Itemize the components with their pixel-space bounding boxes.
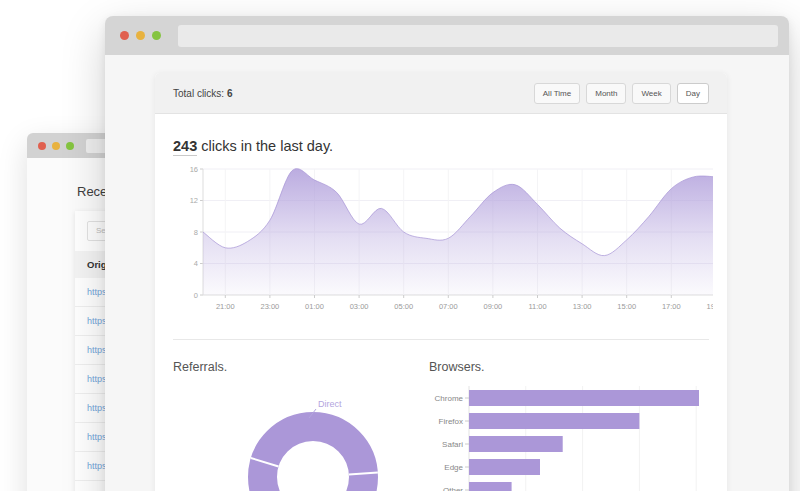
svg-text:13:00: 13:00 bbox=[573, 302, 592, 311]
headline-text: clicks in the last day. bbox=[197, 138, 333, 154]
svg-text:Safari: Safari bbox=[442, 440, 463, 449]
window-zoom-icon[interactable] bbox=[152, 31, 161, 40]
svg-text:Other: Other bbox=[443, 486, 463, 491]
referrals-title: Referrals. bbox=[173, 360, 429, 374]
svg-text:Firefox: Firefox bbox=[439, 417, 463, 426]
card-header: Total clicks: 6 All TimeMonthWeekDay bbox=[155, 73, 727, 114]
section-divider bbox=[173, 339, 709, 340]
front-browser-window: Total clicks: 6 All TimeMonthWeekDay 243… bbox=[105, 16, 789, 491]
bottom-sections: Referrals. Direct Browsers. ChromeFirefo… bbox=[173, 360, 709, 491]
svg-text:12: 12 bbox=[190, 196, 198, 205]
svg-text:01:00: 01:00 bbox=[305, 302, 324, 311]
window-close-icon[interactable] bbox=[120, 31, 129, 40]
window-zoom-icon[interactable] bbox=[66, 142, 74, 150]
svg-text:05:00: 05:00 bbox=[394, 302, 413, 311]
window-close-icon[interactable] bbox=[38, 142, 46, 150]
svg-text:07:00: 07:00 bbox=[439, 302, 458, 311]
window-minimize-icon[interactable] bbox=[136, 31, 145, 40]
front-window-body: Total clicks: 6 All TimeMonthWeekDay 243… bbox=[105, 73, 789, 491]
svg-text:16: 16 bbox=[190, 167, 198, 174]
svg-text:03:00: 03:00 bbox=[350, 302, 369, 311]
svg-text:17:00: 17:00 bbox=[662, 302, 681, 311]
total-clicks: Total clicks: 6 bbox=[173, 88, 232, 99]
time-filter-group: All TimeMonthWeekDay bbox=[534, 83, 709, 104]
analytics-card: Total clicks: 6 All TimeMonthWeekDay 243… bbox=[155, 73, 727, 491]
total-clicks-value: 6 bbox=[227, 88, 233, 99]
svg-text:15:00: 15:00 bbox=[617, 302, 636, 311]
svg-text:Edge: Edge bbox=[444, 463, 463, 472]
total-clicks-label: Total clicks: bbox=[173, 88, 224, 99]
window-minimize-icon[interactable] bbox=[52, 142, 60, 150]
browsers-bar-chart: ChromeFirefoxSafariEdgeOther bbox=[429, 386, 709, 491]
svg-text:4: 4 bbox=[194, 259, 198, 268]
filter-button-month[interactable]: Month bbox=[586, 83, 626, 104]
svg-text:Chrome: Chrome bbox=[435, 394, 464, 403]
headline-count: 243 bbox=[173, 138, 197, 156]
svg-text:11:00: 11:00 bbox=[528, 302, 546, 311]
filter-button-week[interactable]: Week bbox=[632, 83, 670, 104]
front-window-titlebar bbox=[105, 16, 789, 55]
svg-text:21:00: 21:00 bbox=[216, 302, 235, 311]
clicks-area-chart: 048121621:0023:0001:0003:0005:0007:0009:… bbox=[173, 167, 713, 317]
svg-text:0: 0 bbox=[194, 291, 198, 300]
referrals-donut-chart: Direct bbox=[228, 392, 398, 491]
svg-text:19:00: 19:00 bbox=[707, 302, 713, 311]
filter-button-day[interactable]: Day bbox=[677, 83, 709, 104]
svg-text:Direct: Direct bbox=[318, 399, 342, 409]
svg-text:23:00: 23:00 bbox=[261, 302, 280, 311]
browsers-title: Browsers. bbox=[429, 360, 709, 374]
svg-text:8: 8 bbox=[194, 228, 198, 237]
card-body: 243 clicks in the last day. 048121621:00… bbox=[155, 114, 727, 491]
browsers-section: Browsers. ChromeFirefoxSafariEdgeOther bbox=[429, 360, 709, 491]
url-bar[interactable] bbox=[178, 25, 778, 47]
svg-text:09:00: 09:00 bbox=[484, 302, 503, 311]
headline: 243 clicks in the last day. bbox=[173, 138, 709, 154]
referrals-section: Referrals. Direct bbox=[173, 360, 429, 491]
filter-button-all-time[interactable]: All Time bbox=[534, 83, 580, 104]
